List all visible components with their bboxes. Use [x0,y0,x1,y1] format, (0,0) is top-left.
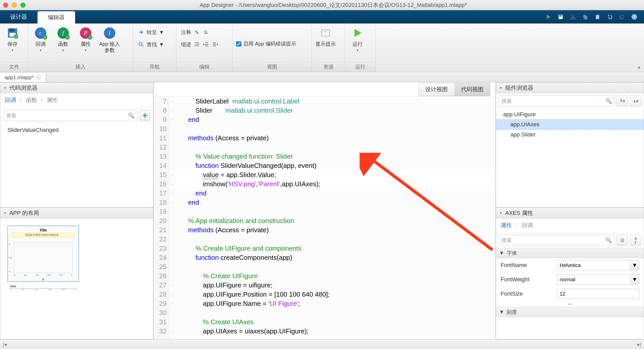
ticks-section-label[interactable]: 刻度 [507,309,517,316]
props-view-mode-button[interactable]: ☷ [617,235,628,246]
quick-run-button[interactable] [544,12,553,21]
code-line: methods (Access = private) [176,225,496,235]
code-line [176,207,496,216]
tab-editor[interactable]: 编辑器 [38,11,75,24]
code-line: app.UIFigure.Name = 'UI Figure'; [176,299,496,308]
quick-paste-button[interactable] [593,12,602,21]
close-file-icon[interactable]: × [36,75,41,80]
svg-rect-17 [195,44,199,45]
nav-last-button[interactable]: ▸| [637,342,641,347]
collapse-icon[interactable]: ▼ [3,211,7,215]
indent-left-icon[interactable] [202,41,210,48]
code-line[interactable]: imshow('HSV.png','Parent',app.UIAxes); [176,179,496,189]
code-line: methods (Access = private) [176,133,496,143]
insert-property-button[interactable]: P+ 属性▼ [77,27,95,52]
code-browser-search-input[interactable]: 搜索🔍 [3,110,137,121]
code-line: end [176,198,496,207]
indent-right-icon[interactable] [212,41,219,48]
code-line[interactable]: value = app.Slider.Value; [176,170,496,179]
layout-preview-figure[interactable]: Title 阅读有关图形支持的详细信息。 10.50 00.20.40.60.8… [7,226,79,282]
show-hints-button[interactable]: ? 显示提示 [315,27,336,47]
nav-first-button[interactable]: |◂ [3,342,7,347]
toolstrip-collapse-button[interactable]: ▴ [634,24,644,72]
group-file-label: 文件 [0,62,28,72]
collapse-icon[interactable]: ▼ [499,211,503,215]
minimize-window-button[interactable] [12,3,17,8]
enable-errors-checkbox[interactable]: 启用 App 编码错误提示 [236,40,296,47]
svg-rect-5 [584,16,587,19]
collapse-icon[interactable]: ▼ [499,86,503,90]
fontsize-label: FontSize [501,290,552,297]
tab-functions[interactable]: 函数 [25,96,38,104]
app-input-args-button[interactable]: I App 输入 参数 [99,27,120,53]
code-line [176,262,496,271]
tab-callbacks[interactable]: 回调 [4,96,17,104]
svg-rect-22 [213,42,216,43]
svg-text:?: ? [324,30,327,36]
search-icon: 🔍 [605,98,612,104]
app-layout-panel: ▼APP 的布局 Title 阅读有关图形支持的详细信息。 10.50 00.2… [0,207,153,339]
callback-list-item[interactable]: SliderValueChanged [0,125,153,135]
group-resource-label: 资源 [312,62,345,72]
quick-help-button[interactable]: ? [630,12,639,21]
svg-rect-16 [194,42,199,43]
svg-rect-1 [559,17,562,19]
svg-rect-21 [205,45,208,46]
collapse-tree-button[interactable]: ⤓≡ [630,95,641,107]
goto-button[interactable]: 转至 ▼ [136,28,165,37]
code-line [176,308,496,317]
component-browser-panel: ▼组件浏览器 搜索🔍 ⤒≡ ⤓≡ app.UIFigure app.UIAxes… [496,82,644,207]
quick-undo-button[interactable] [605,12,614,21]
code-view-toggle[interactable]: 代码视图 [454,83,490,96]
quick-copy-button[interactable] [581,12,590,21]
component-search-input[interactable]: 搜索🔍 [499,95,615,107]
fontweight-input[interactable]: normal [557,274,630,285]
maximize-window-button[interactable] [20,3,26,8]
props-sort-button[interactable]: az [630,235,641,246]
code-line: SliderLabel matlab.ui.control.Label [176,97,496,106]
props-search-input[interactable]: 搜索🔍 [499,235,615,246]
code-editor[interactable]: 7891011121314151617181920212223242526272… [154,97,496,339]
quick-redo-button[interactable] [617,12,627,21]
indent-auto-icon[interactable] [193,41,200,48]
tree-item-uifigure[interactable]: app.UIFigure [496,110,644,119]
file-tab-label: app1.mlapp* [5,75,33,80]
tree-item-uiaxes[interactable]: app.UIAxes [496,119,644,130]
callbacks-tab[interactable]: 回调 [521,221,534,230]
toolstrip: + 保存▼ 文件 c+ 回调▼ f+ 函数▼ P+ 属性▼ I App 输入 参… [0,24,644,72]
design-view-toggle[interactable]: 设计视图 [419,83,454,96]
quick-cut-button[interactable] [568,12,578,21]
insert-function-button[interactable]: f+ 函数▼ [54,27,72,52]
tab-properties[interactable]: 属性 [45,96,59,104]
code-line: % Create UIFigure and components [176,244,496,253]
add-callback-button[interactable] [140,110,150,121]
code-line: end [176,115,496,124]
close-window-button[interactable] [3,3,8,8]
fontsize-input[interactable]: 12 [557,289,639,299]
tree-item-slider[interactable]: app.Slider [496,130,644,139]
font-section-label[interactable]: 字体 [507,250,517,257]
group-view-label: 视图 [233,62,312,72]
collapse-icon[interactable]: ▼ [3,86,7,90]
window-title: App Designer - /Users/wangluo/Desktop/00… [26,1,641,9]
comment-row: 注释 % ‰ [180,28,220,37]
group-nav-label: 导航 [133,62,176,72]
insert-callback-button[interactable]: c+ 回调▼ [32,27,50,52]
svg-rect-6 [596,15,599,19]
find-button[interactable]: 查找 ▼ [136,40,165,49]
quick-save-button[interactable] [556,12,565,21]
props-tab[interactable]: 属性 [500,221,513,230]
fontname-dropdown-button[interactable]: ▼ [630,260,639,270]
comment-add-icon[interactable]: % [193,29,200,36]
code-line: function createComponents(app) [176,253,496,262]
tab-designer[interactable]: 设计器 [0,10,38,24]
expand-tree-button[interactable]: ⤒≡ [617,95,628,107]
comment-remove-icon[interactable]: ‰ [202,29,210,36]
fontname-input[interactable]: Helvetica [557,260,630,270]
file-tab[interactable]: app1.mlapp* × [0,73,46,82]
status-bar: |◂ ▸| [0,339,644,349]
run-button[interactable]: 运行▼ [349,27,366,52]
fontweight-dropdown-button[interactable]: ▼ [630,274,639,285]
group-edit-label: 编辑 [176,62,232,72]
save-button[interactable]: + 保存▼ [4,27,21,52]
